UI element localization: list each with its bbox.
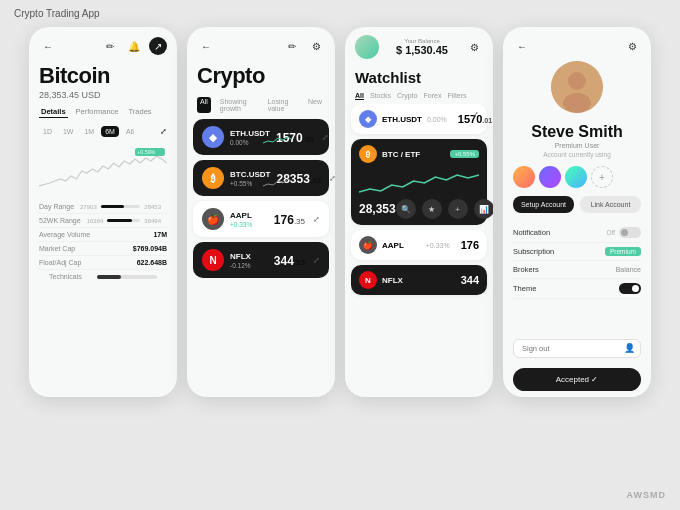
subscription-badge: Premium bbox=[605, 247, 641, 256]
linked-account-2[interactable] bbox=[539, 166, 561, 188]
technicals-label: Technicals bbox=[49, 273, 82, 280]
wl-card-aapl[interactable]: 🍎 AAPL +0.33% 176 bbox=[351, 230, 487, 260]
notification-toggle[interactable] bbox=[619, 227, 641, 238]
edit-icon-2[interactable]: ✏ bbox=[283, 37, 301, 55]
bell-icon[interactable]: 🔔 bbox=[125, 37, 143, 55]
phones-container: ← ✏ 🔔 ↗ Bitcoin 28,353.45 USD Details Pe… bbox=[0, 27, 680, 510]
settings-icon-2[interactable]: ⚙ bbox=[307, 37, 325, 55]
settings-list: Notification Off Subscription Premium Br… bbox=[503, 219, 651, 333]
chart-svg: +0.59% +0.59% bbox=[39, 141, 167, 196]
subscription-setting: Subscription Premium bbox=[513, 243, 641, 261]
wl-tab-filters[interactable]: Filters bbox=[448, 92, 467, 100]
crypto-card-nflx[interactable]: N NFLX -0.12% 344.53 ⤢ bbox=[193, 242, 329, 278]
watchlist-title-row: Watchlist bbox=[345, 67, 493, 90]
link-account-btn[interactable]: Link Account bbox=[580, 196, 641, 213]
notification-setting: Notification Off bbox=[513, 223, 641, 243]
phone1-header-icons: ✏ 🔔 ↗ bbox=[101, 37, 167, 55]
theme-label: Theme bbox=[513, 284, 536, 293]
phone2-header-icons: ✏ ⚙ bbox=[283, 37, 325, 55]
watchlist-title: Watchlist bbox=[355, 69, 421, 86]
accepted-button[interactable]: Accepted ✓ bbox=[513, 368, 641, 391]
wl-nflx-icon: N bbox=[359, 271, 377, 289]
wl-star-btn[interactable]: ★ bbox=[422, 199, 442, 219]
float-cap-row: Float/Adj Cap 622.648B bbox=[39, 256, 167, 270]
wl-aapl-change: +0.33% bbox=[426, 242, 450, 249]
market-cap-row: Market Cap $769.094B bbox=[39, 242, 167, 256]
bitcoin-stats: Day Range 27903 28453 52WK Range 16384 3… bbox=[29, 196, 177, 397]
time-6m[interactable]: 6M bbox=[101, 126, 119, 137]
btc-expand-icon[interactable]: ⤢ bbox=[329, 174, 335, 183]
eth-icon: ◆ bbox=[202, 126, 224, 148]
wl-eth-expand-icon[interactable]: ⤢ bbox=[472, 110, 479, 119]
watchlist-header: Your Balance $ 1,530.45 ⚙ bbox=[345, 27, 493, 67]
wl-add-btn[interactable]: + bbox=[448, 199, 468, 219]
chart-icon[interactable]: ↗ bbox=[149, 37, 167, 55]
time-all[interactable]: All bbox=[122, 126, 138, 137]
wl-tab-all[interactable]: All bbox=[355, 92, 364, 100]
app-title: Crypto Trading App bbox=[0, 0, 680, 27]
wl-btc-icon: ₿ bbox=[359, 145, 377, 163]
expand-chart-icon[interactable]: ⤢ bbox=[160, 127, 167, 136]
time-1d[interactable]: 1D bbox=[39, 126, 56, 137]
nflx-name: NFLX bbox=[230, 252, 268, 261]
settings-icon-4[interactable]: ⚙ bbox=[623, 37, 641, 55]
crypto-title: Crypto bbox=[187, 61, 335, 95]
filter-losing[interactable]: Losing value bbox=[265, 97, 299, 113]
crypto-card-aapl[interactable]: 🍎 AAPL +0.33% 176.35 ⤢ bbox=[193, 201, 329, 237]
crypto-list: ◆ ETH.USDT 0.00% 1570.00 ⤢ ₿ BTC.USDT + bbox=[187, 119, 335, 397]
nflx-expand-icon[interactable]: ⤢ bbox=[313, 256, 320, 265]
filter-new[interactable]: New bbox=[305, 97, 325, 113]
back-icon[interactable]: ← bbox=[39, 37, 57, 55]
wl-chart-btn[interactable]: 📊 bbox=[474, 199, 493, 219]
profile-section: Steve Smith Premium User Account current… bbox=[503, 61, 651, 162]
wl-card-btc[interactable]: ₿ BTC / ETF +0.55% 28,353 🔍 ★ + 📊 bbox=[351, 139, 487, 225]
day-range-bar: 27903 28453 bbox=[80, 204, 161, 210]
wl-eth-top: ◆ ETH.USDT 0.00% 1570.01 bbox=[359, 110, 479, 128]
tab-performance[interactable]: Performance bbox=[74, 106, 121, 118]
aapl-expand-icon[interactable]: ⤢ bbox=[313, 215, 320, 224]
eth-sparkline bbox=[263, 133, 291, 147]
linked-account-1[interactable] bbox=[513, 166, 535, 188]
theme-toggle[interactable] bbox=[619, 283, 641, 294]
filter-growing[interactable]: Showing growth bbox=[217, 97, 259, 113]
wl-tab-forex[interactable]: Forex bbox=[424, 92, 442, 100]
market-cap-label: Market Cap bbox=[39, 245, 75, 252]
back-icon-2[interactable]: ← bbox=[197, 37, 215, 55]
add-account-btn[interactable]: + bbox=[591, 166, 613, 188]
tab-details[interactable]: Details bbox=[39, 106, 68, 118]
phone-bitcoin: ← ✏ 🔔 ↗ Bitcoin 28,353.45 USD Details Pe… bbox=[29, 27, 177, 397]
wl-tab-stocks[interactable]: Stocks bbox=[370, 92, 391, 100]
edit-icon[interactable]: ✏ bbox=[101, 37, 119, 55]
phone-watchlist: Your Balance $ 1,530.45 ⚙ Watchlist All … bbox=[345, 27, 493, 397]
time-1w[interactable]: 1W bbox=[59, 126, 78, 137]
filter-all[interactable]: All bbox=[197, 97, 211, 113]
setup-account-btn[interactable]: Setup Account bbox=[513, 196, 574, 213]
wl-card-eth[interactable]: ◆ ETH.USDT 0.00% 1570.01 ⤢ bbox=[351, 104, 487, 134]
wl-btc-svg bbox=[359, 167, 479, 197]
user-avatar[interactable] bbox=[355, 35, 379, 59]
wl-btc-top: ₿ BTC / ETF +0.55% bbox=[359, 145, 479, 163]
brokers-setting: Brokers Balance bbox=[513, 261, 641, 279]
avg-volume-val: 17M bbox=[153, 231, 167, 238]
wl-card-nflx[interactable]: N NFLX 344 bbox=[351, 265, 487, 295]
linked-account-3[interactable] bbox=[565, 166, 587, 188]
notification-control[interactable]: Off bbox=[606, 227, 641, 238]
phone2-header: ← ✏ ⚙ bbox=[187, 27, 335, 61]
wl-search-btn[interactable]: 🔍 bbox=[396, 199, 416, 219]
nflx-info: NFLX -0.12% bbox=[230, 252, 268, 269]
wl-nflx-name: NFLX bbox=[382, 276, 403, 285]
crypto-card-eth[interactable]: ◆ ETH.USDT 0.00% 1570.00 ⤢ bbox=[193, 119, 329, 155]
svg-point-5 bbox=[563, 93, 591, 113]
subscription-label: Subscription bbox=[513, 247, 554, 256]
time-1m[interactable]: 1M bbox=[80, 126, 98, 137]
settings-icon-3[interactable]: ⚙ bbox=[465, 38, 483, 56]
tab-trades[interactable]: Trades bbox=[127, 106, 154, 118]
crypto-card-btc[interactable]: ₿ BTC.USDT +0.55% 28353.33 ⤢ bbox=[193, 160, 329, 196]
wl-tab-crypto[interactable]: Crypto bbox=[397, 92, 418, 100]
signout-input[interactable] bbox=[513, 339, 641, 358]
nflx-change: -0.12% bbox=[230, 262, 268, 269]
eth-expand-icon[interactable]: ⤢ bbox=[322, 133, 329, 142]
back-icon-4[interactable]: ← bbox=[513, 37, 531, 55]
wl-btc-name: BTC / ETF bbox=[382, 150, 420, 159]
day-range-row: Day Range 27903 28453 bbox=[39, 200, 167, 214]
